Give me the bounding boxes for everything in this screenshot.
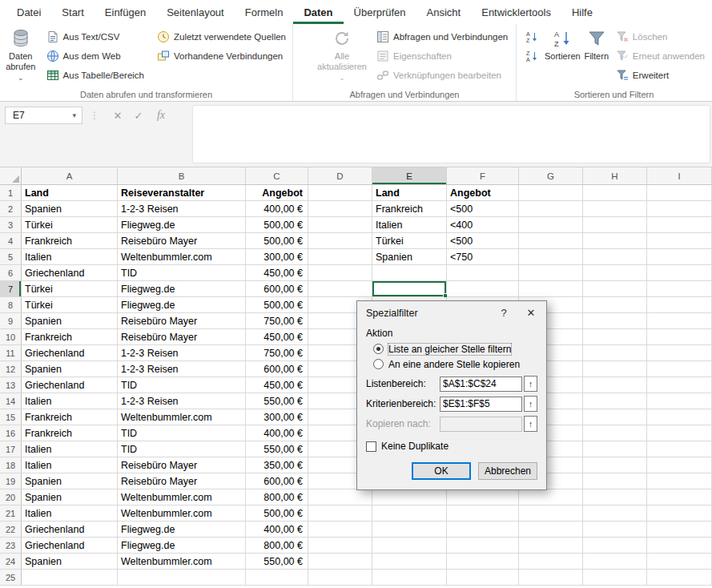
cell-H13[interactable] — [583, 377, 647, 393]
cell-B20[interactable]: Weltenbummler.com — [118, 489, 246, 505]
column-header-D[interactable]: D — [308, 167, 372, 184]
row-header-25[interactable]: 25 — [0, 570, 22, 586]
row-header-21[interactable]: 21 — [0, 505, 22, 522]
cell-H25[interactable] — [583, 570, 647, 586]
cell-C24[interactable]: 550,00 € — [246, 554, 308, 570]
cell-B12[interactable]: 1-2-3 Reisen — [118, 361, 246, 377]
cell-I3[interactable] — [647, 217, 712, 233]
cell-C6[interactable]: 450,00 € — [246, 265, 308, 281]
list-range-input[interactable] — [440, 377, 522, 392]
row-header-16[interactable]: 16 — [0, 425, 22, 441]
cell-B10[interactable]: Reisebüro Mayer — [118, 329, 246, 345]
recent-sources-button[interactable]: Zuletzt verwendete Quellen — [154, 27, 289, 46]
cell-I21[interactable] — [647, 505, 712, 522]
cell-D1[interactable] — [308, 185, 372, 201]
cell-G1[interactable] — [519, 185, 583, 201]
cell-G6[interactable] — [519, 265, 583, 281]
sort-button[interactable]: AZ Sortieren — [545, 26, 581, 82]
cell-I2[interactable] — [647, 201, 712, 217]
cell-A1[interactable]: Land — [22, 185, 118, 201]
cell-H5[interactable] — [583, 249, 647, 265]
row-header-24[interactable]: 24 — [0, 554, 22, 570]
cell-I17[interactable] — [647, 441, 712, 457]
column-header-G[interactable]: G — [519, 167, 583, 184]
cell-C11[interactable]: 750,00 € — [246, 345, 308, 361]
cell-I22[interactable] — [647, 522, 712, 538]
row-header-14[interactable]: 14 — [0, 393, 22, 409]
sort-descending-button[interactable]: ZA — [521, 46, 541, 65]
cell-G21[interactable] — [519, 505, 583, 522]
cell-D3[interactable] — [308, 217, 372, 233]
list-range-picker-button[interactable]: ↑ — [524, 376, 537, 392]
cell-I12[interactable] — [647, 361, 712, 377]
ribbon-tab-formeln[interactable]: Formeln — [235, 0, 294, 24]
cell-E2[interactable]: Frankreich — [372, 201, 447, 217]
cell-F3[interactable]: <400 — [447, 217, 519, 233]
cell-E3[interactable]: Italien — [372, 217, 447, 233]
cell-I24[interactable] — [647, 554, 712, 570]
dialog-title-bar[interactable]: Spezialfilter ? ✕ — [357, 301, 546, 324]
no-duplicates-checkbox[interactable] — [366, 441, 376, 452]
queries-connections-button[interactable]: Abfragen und Verbindungen — [373, 27, 511, 46]
cell-I25[interactable] — [647, 570, 712, 586]
cell-G3[interactable] — [519, 217, 583, 233]
cell-A5[interactable]: Italien — [22, 249, 118, 265]
cell-I19[interactable] — [647, 473, 712, 489]
cell-I14[interactable] — [647, 393, 712, 409]
ribbon-tab-datei[interactable]: Datei — [6, 0, 51, 24]
cell-D2[interactable] — [308, 201, 372, 217]
cell-B19[interactable]: Reisebüro Mayer — [118, 473, 246, 489]
column-header-H[interactable]: H — [583, 167, 647, 184]
cell-B8[interactable]: Fliegweg.de — [118, 297, 246, 313]
cell-I16[interactable] — [647, 425, 712, 441]
cell-A7[interactable]: Türkei — [22, 281, 118, 297]
cell-F6[interactable] — [447, 265, 519, 281]
cell-H9[interactable] — [583, 313, 647, 329]
cancel-button[interactable]: Abbrechen — [478, 462, 537, 480]
cell-H1[interactable] — [583, 185, 647, 201]
row-header-22[interactable]: 22 — [0, 522, 22, 538]
cell-H19[interactable] — [583, 473, 647, 489]
cell-F22[interactable] — [447, 522, 519, 538]
ribbon-tab-ueberpruefen[interactable]: Überprüfen — [344, 0, 416, 24]
cell-C19[interactable]: 600,00 € — [246, 473, 308, 489]
from-web-button[interactable]: Aus dem Web — [43, 46, 147, 65]
cell-A25[interactable] — [22, 570, 118, 586]
cell-A19[interactable]: Spanien — [22, 473, 118, 489]
ribbon-tab-hilfe[interactable]: Hilfe — [561, 0, 603, 24]
cell-A14[interactable]: Italien — [22, 393, 118, 409]
row-header-15[interactable]: 15 — [0, 409, 22, 425]
cell-C3[interactable]: 500,00 € — [246, 217, 308, 233]
row-header-17[interactable]: 17 — [0, 441, 22, 457]
cell-E20[interactable] — [372, 489, 447, 505]
cell-E4[interactable]: Türkei — [372, 233, 447, 249]
ribbon-tab-einfuegen[interactable]: Einfügen — [95, 0, 156, 24]
cell-C14[interactable]: 550,00 € — [246, 393, 308, 409]
ribbon-tab-start[interactable]: Start — [51, 0, 94, 24]
cell-B7[interactable]: Fliegweg.de — [118, 281, 246, 297]
cell-D20[interactable] — [308, 489, 372, 505]
cell-H4[interactable] — [583, 233, 647, 249]
radio-filter-in-place[interactable] — [373, 344, 384, 354]
cell-H6[interactable] — [583, 265, 647, 281]
cell-E24[interactable] — [372, 554, 447, 570]
cell-G22[interactable] — [519, 522, 583, 538]
ribbon-tab-seitenlayout[interactable]: Seitenlayout — [156, 0, 235, 24]
cell-C17[interactable]: 550,00 € — [246, 441, 308, 457]
cell-A22[interactable]: Griechenland — [22, 522, 118, 538]
row-header-11[interactable]: 11 — [0, 345, 22, 361]
row-header-12[interactable]: 12 — [0, 361, 22, 377]
cell-H8[interactable] — [583, 297, 647, 313]
cell-H22[interactable] — [583, 522, 647, 538]
cell-G25[interactable] — [519, 570, 583, 586]
cell-C23[interactable]: 800,00 € — [246, 538, 308, 554]
cell-C9[interactable]: 750,00 € — [246, 313, 308, 329]
cell-I5[interactable] — [647, 249, 712, 265]
cell-C13[interactable]: 450,00 € — [246, 377, 308, 393]
cell-D6[interactable] — [308, 265, 372, 281]
cell-F7[interactable] — [447, 281, 519, 297]
cell-B21[interactable]: Weltenbummler.com — [118, 505, 246, 522]
cell-G23[interactable] — [519, 538, 583, 554]
cell-D25[interactable] — [308, 570, 372, 586]
criteria-range-input[interactable] — [440, 397, 522, 412]
